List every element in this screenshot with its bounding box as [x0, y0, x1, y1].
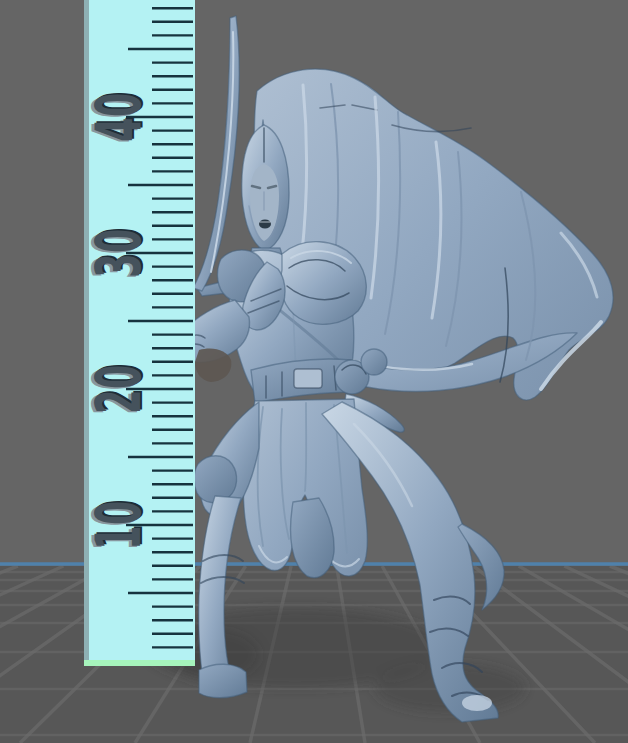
ruler-number-10: 10 — [82, 500, 155, 549]
ruler-number-20: 20 — [82, 364, 155, 413]
belt-buckle — [294, 369, 322, 388]
boot-toe-highlight — [462, 695, 492, 711]
hip-pouch-small — [361, 349, 387, 375]
ruler-bottom-edge — [84, 660, 195, 666]
ruler-number-30: 30 — [82, 228, 155, 277]
ruler-number-40: 40 — [82, 92, 155, 141]
3d-viewport[interactable]: 10 20 30 40 — [0, 0, 628, 743]
left-boot-sole — [199, 664, 247, 698]
ruler-model[interactable]: 10 20 30 40 — [82, 0, 195, 666]
